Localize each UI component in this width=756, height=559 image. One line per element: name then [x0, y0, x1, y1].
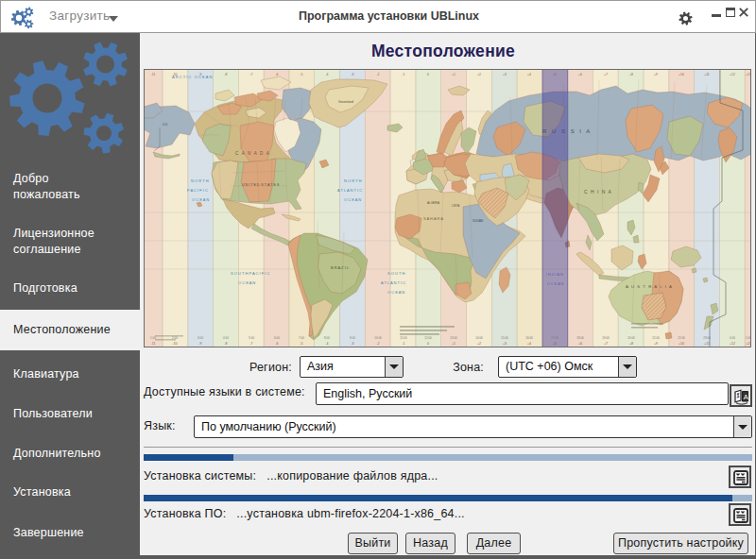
- svg-text:+5: +5: [553, 73, 557, 76]
- svg-text:+3: +3: [503, 73, 507, 76]
- svg-text:P A C I F I C: P A C I F I C: [187, 188, 208, 193]
- svg-text:19:00: 19:00: [602, 336, 610, 340]
- svg-text:O C E A N: O C E A N: [387, 290, 404, 295]
- svg-text:N O R T H: N O R T H: [191, 178, 209, 183]
- svg-text:3:00: 3:00: [198, 336, 203, 340]
- svg-text:-9: -9: [198, 73, 201, 76]
- svg-text:+7: +7: [604, 342, 608, 346]
- svg-text:12:00: 12:00: [424, 336, 432, 340]
- svg-text:S O U T H: S O U T H: [387, 271, 404, 276]
- svg-text:+9: +9: [654, 342, 658, 346]
- svg-text:1:00: 1:00: [150, 336, 156, 340]
- svg-text:-2: -2: [376, 73, 379, 76]
- svg-text:11:00: 11:00: [400, 336, 407, 340]
- svg-text:7:00: 7:00: [299, 336, 304, 340]
- svg-text:+3: +3: [503, 342, 507, 346]
- svg-text:+12: +12: [730, 342, 735, 346]
- svg-text:-1: -1: [402, 73, 404, 76]
- svg-text:18:00: 18:00: [576, 336, 584, 340]
- svg-text:-3: -3: [351, 73, 353, 76]
- svg-text:Greenland: Greenland: [338, 100, 353, 104]
- svg-text:-10: -10: [173, 73, 178, 76]
- svg-text:+7: +7: [604, 73, 608, 76]
- svg-text:-2: -2: [376, 342, 379, 346]
- svg-text:+6: +6: [578, 342, 582, 346]
- svg-text:C H I N A: C H I N A: [584, 189, 612, 195]
- svg-text:U.S.: U.S.: [163, 123, 168, 127]
- svg-text:-10: -10: [172, 342, 177, 346]
- svg-text:S O U T H P A C I F I C: S O U T H P A C I F I C: [231, 271, 269, 276]
- svg-text:-5: -5: [300, 73, 302, 76]
- svg-text:O C E A N: O C E A N: [192, 197, 209, 202]
- svg-text:-9: -9: [198, 342, 201, 346]
- svg-text:A U S T R A L I A: A U S T R A L I A: [626, 284, 673, 289]
- svg-text:-8: -8: [224, 73, 227, 76]
- svg-text:A: A: [744, 393, 748, 401]
- svg-text:+8: +8: [629, 342, 633, 346]
- svg-text:+12: +12: [730, 73, 735, 76]
- svg-text:SUDAN: SUDAN: [472, 219, 484, 223]
- svg-text:-7: -7: [249, 342, 252, 346]
- svg-text:+9: +9: [654, 73, 658, 76]
- svg-text:+10: +10: [679, 342, 684, 346]
- svg-text:+6: +6: [578, 73, 582, 76]
- svg-text:15:00: 15:00: [501, 336, 508, 340]
- svg-text:4:00: 4:00: [223, 336, 229, 340]
- svg-text:+2: +2: [477, 342, 481, 346]
- svg-text:A T L A N T I C: A T L A N T I C: [337, 188, 362, 193]
- svg-text:+4: +4: [527, 73, 531, 76]
- svg-text:23:00: 23:00: [703, 336, 711, 340]
- svg-text:-4: -4: [325, 342, 328, 346]
- svg-text:-6: -6: [275, 73, 278, 76]
- svg-text:6:00: 6:00: [274, 336, 280, 340]
- svg-text:N O R T H: N O R T H: [344, 178, 362, 183]
- svg-text:-11: -11: [151, 73, 156, 76]
- svg-text:+8: +8: [629, 73, 633, 76]
- svg-text:0: 0: [427, 73, 429, 76]
- svg-text:22:00: 22:00: [678, 336, 685, 340]
- svg-text:+10: +10: [679, 73, 684, 76]
- svg-text:17:00: 17:00: [551, 336, 558, 340]
- svg-text:20:00: 20:00: [627, 336, 635, 340]
- svg-text:O C E A N: O C E A N: [344, 197, 361, 202]
- svg-text:ALGERIA: ALGERIA: [427, 201, 439, 205]
- svg-text:-1: -1: [402, 342, 404, 346]
- svg-text:C A N A D A: C A N A D A: [235, 151, 270, 156]
- svg-text:A R C T I C O C E A N: A R C T I C O C E A N: [172, 75, 213, 79]
- svg-text:-4: -4: [325, 73, 328, 76]
- svg-text:U N I T E D S T A T E S: U N I T E D S T A T E S: [242, 183, 280, 187]
- svg-text:21:00: 21:00: [652, 336, 660, 340]
- svg-text:+1: +1: [452, 73, 455, 76]
- svg-text:9:00: 9:00: [350, 336, 355, 340]
- svg-text:-3: -3: [351, 342, 353, 346]
- svg-text:LIBYA: LIBYA: [452, 204, 459, 208]
- svg-text:10:00: 10:00: [374, 336, 382, 340]
- svg-text:+11: +11: [704, 73, 710, 76]
- svg-text:B R A Z I L: B R A Z I L: [331, 265, 350, 270]
- svg-text:14:00: 14:00: [475, 336, 483, 340]
- svg-text:-5: -5: [300, 342, 302, 346]
- svg-text:+11: +11: [704, 342, 710, 346]
- svg-text:-11: -11: [151, 342, 156, 346]
- svg-text:0:00: 0:00: [730, 336, 735, 340]
- svg-text:2:00: 2:00: [172, 336, 178, 340]
- svg-text:5:00: 5:00: [249, 336, 254, 340]
- svg-text:-7: -7: [249, 73, 252, 76]
- svg-text:+1: +1: [452, 342, 455, 346]
- svg-text:16:00: 16:00: [525, 336, 533, 340]
- svg-text:-6: -6: [275, 342, 278, 346]
- svg-text:A T L A N T I C: A T L A N T I C: [381, 280, 405, 285]
- svg-text:-8: -8: [224, 342, 227, 346]
- svg-text:+4: +4: [527, 342, 531, 346]
- svg-text:S A H A R A: S A H A R A: [423, 216, 443, 221]
- svg-text:+5: +5: [553, 342, 557, 346]
- svg-text:+2: +2: [477, 73, 481, 76]
- svg-text:0: 0: [427, 342, 429, 346]
- svg-text:O C E A N: O C E A N: [238, 280, 255, 285]
- svg-text:13:00: 13:00: [450, 336, 457, 340]
- svg-text:8:00: 8:00: [324, 336, 330, 340]
